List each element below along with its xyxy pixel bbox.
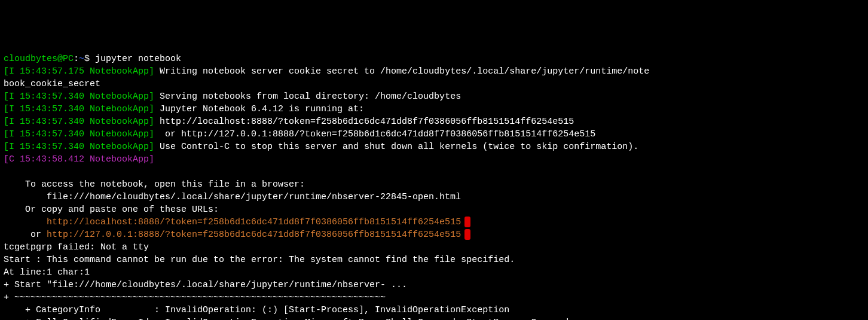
log-text: Writing notebook server cookie secret to… xyxy=(154,66,649,77)
log-prefix: [I 15:43:57.340 NotebookApp] xyxy=(4,92,154,102)
log-text: http://localhost:8888/?token=f258b6d1c6d… xyxy=(154,117,574,127)
error-line: Start : This command cannot be run due t… xyxy=(4,254,864,266)
log-text: Jupyter Notebook 6.4.12 is running at: xyxy=(154,104,364,114)
log-line-wrap: book_cookie_secret xyxy=(4,78,864,90)
log-prefix: [I 15:43:57.340 NotebookApp] xyxy=(4,129,154,139)
prompt-user-host: cloudbytes@PC xyxy=(4,54,74,64)
info-line: Or copy and paste one of these URLs: xyxy=(4,203,864,216)
log-line: [I 15:43:57.340 NotebookApp] Jupyter Not… xyxy=(4,103,864,115)
cursor-marker xyxy=(464,217,470,227)
log-prefix: [I 15:43:57.340 NotebookApp] xyxy=(4,142,154,152)
info-line: To access the notebook, open this file i… xyxy=(4,178,864,191)
error-line: tcgetpgrp failed: Not a tty xyxy=(4,241,864,254)
log-line: [I 15:43:57.340 NotebookApp] http://loca… xyxy=(4,115,864,128)
log-text: or http://127.0.0.1:8888/?token=f258b6d1… xyxy=(154,129,595,139)
log-prefix: [I 15:43:57.340 NotebookApp] xyxy=(4,104,154,114)
log-prefix: [I 15:43:57.340 NotebookApp] xyxy=(4,117,154,127)
log-line: [I 15:43:57.340 NotebookApp] Serving not… xyxy=(4,90,864,103)
blank-line xyxy=(4,166,864,178)
terminal-output[interactable]: cloudbytes@PC:~$ jupyter notebook[I 15:4… xyxy=(4,53,864,320)
log-line: [I 15:43:57.340 NotebookApp] or http://1… xyxy=(4,128,864,141)
notebook-url[interactable]: http://127.0.0.1:8888/?token=f258b6d1c6d… xyxy=(47,230,461,240)
info-url-line: http://localhost:8888/?token=f258b6d1c6d… xyxy=(4,216,864,228)
log-line: [I 15:43:57.175 NotebookApp] Writing not… xyxy=(4,65,864,78)
prompt-line: cloudbytes@PC:~$ jupyter notebook xyxy=(4,53,864,65)
log-prefix: [I 15:43:57.175 NotebookApp] xyxy=(4,66,154,77)
info-url-line: or http://127.0.0.1:8888/?token=f258b6d1… xyxy=(4,228,864,241)
error-line: + CategoryInfo : InvalidOperation: (:) [… xyxy=(4,304,864,316)
log-line: [I 15:43:57.340 NotebookApp] Use Control… xyxy=(4,141,864,153)
cursor-marker xyxy=(464,229,470,240)
error-line: + FullyQualifiedErrorId : InvalidOperati… xyxy=(4,316,864,320)
log-text: Serving notebooks from local directory: … xyxy=(154,92,461,102)
error-line: + Start "file:///home/cloudbytes/.local/… xyxy=(4,279,864,291)
error-line: At line:1 char:1 xyxy=(4,266,864,279)
log-line: [C 15:43:58.412 NotebookApp] xyxy=(4,153,864,166)
log-text: Use Control-C to stop this server and sh… xyxy=(154,142,638,152)
log-prefix: [C 15:43:58.412 NotebookApp] xyxy=(4,154,154,164)
prompt-command: jupyter notebook xyxy=(95,54,181,64)
info-line: file:///home/cloudbytes/.local/share/jup… xyxy=(4,191,864,203)
notebook-url[interactable]: http://localhost:8888/?token=f258b6d1c6d… xyxy=(47,217,461,227)
prompt-cwd: ~ xyxy=(79,54,84,64)
error-line: + ~~~~~~~~~~~~~~~~~~~~~~~~~~~~~~~~~~~~~~… xyxy=(4,291,864,304)
